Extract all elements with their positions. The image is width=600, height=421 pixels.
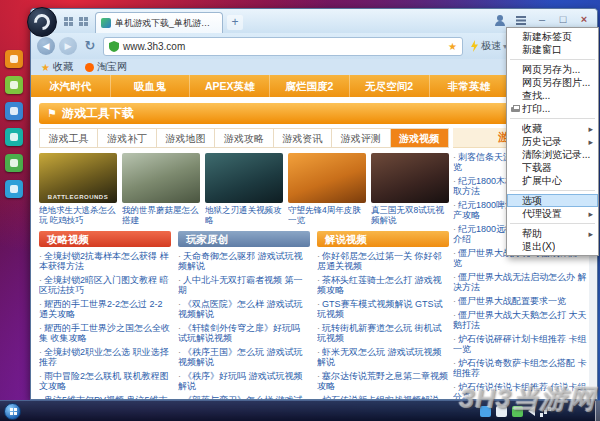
user-avatar-icon[interactable] — [491, 12, 509, 28]
video-link[interactable]: 人中北斗无双打霸者视频 第一期 — [178, 275, 310, 295]
video-link[interactable]: 耀西的手工世界2-2怎么过 2-2通关攻略 — [39, 299, 171, 319]
thumbnail-caption-link[interactable]: 绝地求生大逃杀怎么玩 吃鸡技巧 — [39, 205, 117, 225]
video-link[interactable]: 雨中冒险2怎么联机 联机教程图文攻略 — [39, 371, 171, 391]
thumbnail-image[interactable] — [371, 153, 449, 203]
desktop-icon[interactable] — [5, 102, 23, 120]
menu-item[interactable]: 网页另存图片... — [507, 76, 598, 89]
guide-link[interactable]: 僵尸世界大战大天鹅怎么打 大天鹅打法 — [453, 310, 587, 330]
desktop-icon[interactable] — [5, 180, 23, 198]
video-link[interactable]: GTS赛车模式视频解说 GTS试玩视频 — [317, 299, 449, 319]
video-link[interactable]: 《秩序王国》怎么玩 游戏试玩视频解说 — [178, 347, 310, 367]
address-bar[interactable]: www.3h3.com ★ — [103, 37, 463, 56]
maximize-button[interactable]: □ — [554, 12, 572, 28]
thumbnail-image[interactable] — [288, 153, 366, 203]
refresh-button[interactable]: ↻ — [81, 37, 99, 55]
video-link[interactable]: 《部落与弯刀》怎么样 游戏试玩视频解说 — [178, 395, 310, 399]
category-tab[interactable]: 游戏工具 — [39, 129, 97, 147]
favorites-button[interactable]: ★ 收藏 — [41, 60, 73, 74]
thumbnail-image[interactable] — [205, 153, 283, 203]
browser-logo-orb[interactable] — [27, 7, 57, 37]
forward-button[interactable]: ▶ — [59, 37, 77, 55]
menu-item[interactable]: 扩展中心 — [507, 174, 598, 187]
menu-item[interactable]: 网页另存为... — [507, 63, 598, 76]
desktop-icon[interactable] — [5, 154, 23, 172]
desktop-icon[interactable] — [5, 50, 23, 68]
bookmark-star-icon[interactable]: ★ — [448, 41, 457, 52]
guide-link[interactable]: 炉石传说砰砰计划卡组推荐 卡组一览 — [453, 334, 587, 354]
menu-item[interactable]: 新建标签页 — [507, 30, 598, 43]
site-nav-link[interactable]: 无尽空间2 — [350, 75, 430, 97]
menu-item[interactable]: 历史记录 — [507, 135, 598, 148]
video-link[interactable]: 全境封锁2抗毒样本怎么获得 样本获得方法 — [39, 251, 171, 271]
menu-item[interactable]: 收藏 — [507, 122, 598, 135]
video-link[interactable]: 《双点医院》怎么样 游戏试玩视频解说 — [178, 299, 310, 319]
category-tab[interactable]: 游戏攻略 — [214, 129, 272, 147]
video-link[interactable]: 全境封锁2暗区入门图文教程 暗区玩法技巧 — [39, 275, 171, 295]
thumbnail-image[interactable]: BATTLEGROUNDS — [39, 153, 117, 203]
url-text[interactable]: www.3h3.com — [123, 41, 444, 52]
video-link[interactable]: 《秩序》好玩吗 游戏试玩视频解说 — [178, 371, 310, 391]
site-nav-link[interactable]: APEX英雄 — [190, 75, 270, 97]
menu-item[interactable]: 打印... — [507, 102, 598, 115]
menu-item[interactable] — [510, 118, 595, 119]
video-thumbnail[interactable]: BATTLEGROUNDS 绝地求生大逃杀怎么玩 吃鸡技巧 — [39, 153, 117, 225]
menu-item[interactable]: 代理设置 — [507, 207, 598, 220]
desktop-icon[interactable] — [5, 128, 23, 146]
video-thumbnail[interactable]: 守望先锋4周年皮肤一览 — [288, 153, 366, 225]
new-tab-button[interactable]: + — [227, 15, 243, 30]
menu-item[interactable] — [510, 190, 595, 191]
menu-item[interactable]: 下载器 — [507, 161, 598, 174]
session-restore-icon[interactable] — [78, 16, 89, 27]
speed-mode-selector[interactable]: 极速 ▾ — [467, 39, 510, 53]
video-link[interactable]: 虾米无双怎么玩 游戏试玩视频解说 — [317, 347, 449, 367]
video-link[interactable]: 鬼泣5维吉尔PV视频 鬼泣5维吉尔预告片 — [39, 395, 171, 399]
video-link[interactable]: 耀西的手工世界沙之国怎么全收集 收集攻略 — [39, 323, 171, 343]
menu-item[interactable]: 查找... — [507, 89, 598, 102]
guide-link[interactable]: 炉石传说奇数萨卡组怎么搭配 卡组推荐 — [453, 358, 587, 378]
category-tab[interactable]: 游戏资讯 — [273, 129, 331, 147]
site-nav-link[interactable]: 冰汽时代 — [31, 75, 111, 97]
menu-item[interactable] — [510, 223, 595, 224]
thumbnail-caption-link[interactable]: 守望先锋4周年皮肤一览 — [288, 205, 366, 225]
video-link[interactable]: 炉石传说新卡组实战视频解说 — [317, 395, 449, 399]
menu-item[interactable] — [510, 59, 595, 60]
taobao-favicon-icon — [85, 63, 94, 72]
apps-grid-icon[interactable] — [63, 16, 74, 27]
menu-icon[interactable] — [512, 12, 530, 28]
video-link[interactable]: 塞尔达传说荒野之息第二章视频攻略 — [317, 371, 449, 391]
desktop-icon[interactable] — [5, 76, 23, 94]
video-link[interactable]: 玩转街机新赛道怎么玩 街机试玩视频 — [317, 323, 449, 343]
site-nav-link[interactable]: 吸血鬼 — [111, 75, 191, 97]
video-link[interactable]: 茶杯头红莲骑士怎么打 游戏视频攻略 — [317, 275, 449, 295]
video-link[interactable]: 天命奇御怎么驱邪 游戏试玩视频解说 — [178, 251, 310, 271]
category-tab[interactable]: 游戏评测 — [331, 129, 389, 147]
back-button[interactable]: ◀ — [37, 37, 55, 55]
video-thumbnail[interactable]: 地狱之刃通关视频攻略 — [205, 153, 283, 225]
site-nav-link[interactable]: 非常英雄 — [430, 75, 510, 97]
menu-item[interactable]: 退出(X) — [507, 240, 598, 253]
video-link[interactable]: 全境封锁2职业怎么选 职业选择推荐 — [39, 347, 171, 367]
browser-tab[interactable]: 单机游戏下载_单机游戏大全 — [95, 12, 223, 33]
video-link[interactable]: 你好邻居怎么过第一关 你好邻居通关视频 — [317, 251, 449, 271]
site-nav-link[interactable]: 腐烂国度2 — [270, 75, 350, 97]
video-link[interactable]: 《轩辕剑外传穹之扉》好玩吗 试玩解说视频 — [178, 323, 310, 343]
menu-item[interactable]: 新建窗口 — [507, 43, 598, 56]
guide-link[interactable]: 僵尸世界大战配置要求一览 — [453, 296, 587, 306]
guide-link[interactable]: 僵尸世界大战无法启动怎么办 解决方法 — [453, 272, 587, 292]
video-thumbnail[interactable]: 我的世界蘑菇屋怎么搭建 — [122, 153, 200, 225]
start-button[interactable] — [4, 403, 21, 420]
close-button[interactable]: × — [575, 12, 593, 28]
category-tab[interactable]: 游戏地图 — [156, 129, 214, 147]
thumbnail-image[interactable] — [122, 153, 200, 203]
bookmark-item-taobao[interactable]: 淘宝网 — [85, 60, 127, 74]
category-tab[interactable]: 游戏视频 — [390, 129, 448, 147]
thumbnail-caption-link[interactable]: 真三国无双8试玩视频解说 — [371, 205, 449, 225]
minimize-button[interactable]: – — [533, 12, 551, 28]
menu-item[interactable]: 清除浏览记录... — [507, 148, 598, 161]
menu-item[interactable]: 帮助 — [507, 227, 598, 240]
thumbnail-caption-link[interactable]: 我的世界蘑菇屋怎么搭建 — [122, 205, 200, 225]
video-thumbnail[interactable]: 真三国无双8试玩视频解说 — [371, 153, 449, 225]
category-tab[interactable]: 游戏补丁 — [97, 129, 155, 147]
menu-item[interactable]: 选项 — [507, 194, 598, 207]
thumbnail-caption-link[interactable]: 地狱之刃通关视频攻略 — [205, 205, 283, 225]
